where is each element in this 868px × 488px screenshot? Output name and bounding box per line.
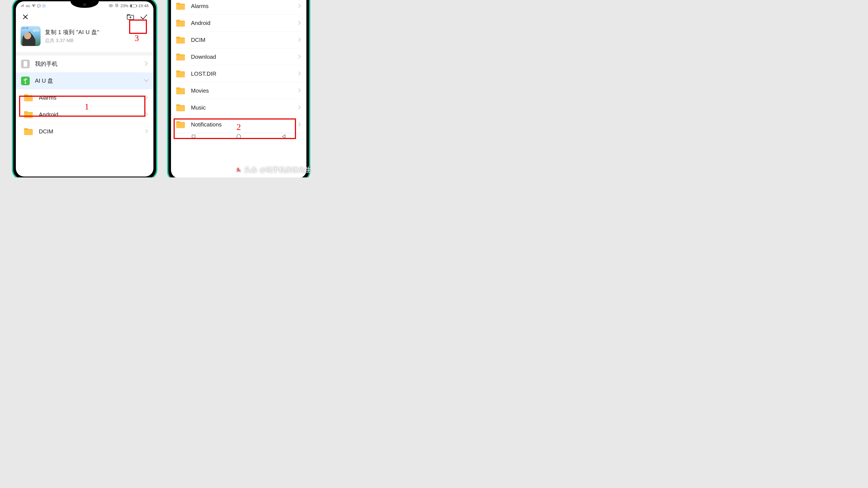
chevron-right-icon: [145, 129, 148, 134]
phone-mockup-right: AlarmsAndroidDCIMDownloadLOST.DIRMoviesM…: [167, 0, 310, 177]
folder-icon: [176, 54, 185, 61]
app-icon: 百: [42, 4, 45, 8]
row-label: 我的手机: [35, 60, 58, 68]
chevron-right-icon: [298, 122, 301, 128]
battery-icon: [130, 4, 136, 7]
copy-title: 复制 1 项到 "AI U 盘": [45, 28, 99, 36]
folder-icon: [176, 121, 185, 128]
folder-label: LOST.DIR: [191, 70, 216, 77]
svg-point-3: [25, 83, 26, 84]
chevron-right-icon: [298, 88, 301, 94]
nav-back-button[interactable]: [281, 134, 286, 140]
screen-left: 4G 💬 百 23% 19:48: [16, 1, 153, 176]
phone-mockup-left: 4G 💬 百 23% 19:48: [12, 0, 157, 177]
screen-right: AlarmsAndroidDCIMDownloadLOST.DIRMoviesM…: [171, 0, 306, 177]
folder-row[interactable]: LOST.DIR: [171, 65, 306, 83]
svg-point-0: [111, 5, 112, 6]
folder-icon: [176, 37, 185, 43]
watermark-handle: @玩手机的张先生: [259, 165, 311, 174]
folder-row[interactable]: Download: [171, 48, 306, 65]
chevron-right-icon: [298, 71, 301, 77]
phone-side-button: [156, 25, 157, 40]
folder-row[interactable]: Android: [171, 15, 306, 32]
folder-label: Alarms: [191, 3, 209, 9]
folder-icon: [24, 111, 33, 118]
battery-label: 23%: [120, 4, 128, 8]
wifi-icon: [31, 4, 36, 8]
phone-side-button: [309, 33, 310, 59]
step-number: 3: [134, 33, 139, 43]
step-number: 2: [237, 122, 241, 132]
confirm-button[interactable]: [139, 12, 149, 22]
folder-row[interactable]: Alarms: [171, 0, 306, 15]
folder-icon: [176, 70, 185, 77]
chevron-right-icon: [298, 37, 301, 43]
chevron-right-icon: [298, 3, 301, 9]
close-button[interactable]: [21, 12, 30, 22]
folder-row[interactable]: Music: [171, 99, 306, 116]
chevron-right-icon: [145, 95, 148, 101]
watermark-logo-icon: 头: [235, 166, 242, 174]
folder-icon: [176, 88, 185, 94]
chevron-right-icon: [298, 105, 301, 110]
folder-row[interactable]: DCIM: [171, 32, 306, 48]
phone-icon: [21, 60, 30, 68]
watermark: 头 头条 @玩手机的张先生: [235, 165, 311, 174]
svg-rect-6: [192, 135, 195, 138]
nav-home-button[interactable]: [236, 134, 241, 140]
destination-my-phone[interactable]: 我的手机: [16, 56, 153, 72]
folder-icon: [176, 104, 185, 111]
chevron-down-icon: [144, 78, 148, 84]
cell-signal-icon: [21, 4, 25, 8]
phone-side-button: [156, 45, 157, 71]
svg-point-5: [26, 78, 27, 79]
folder-label: Download: [191, 54, 216, 60]
chevron-right-icon: [298, 54, 301, 60]
phone-side-button: [309, 14, 310, 29]
folder-icon: [24, 94, 33, 101]
row-label: AI U 盘: [35, 77, 53, 85]
section-divider: [16, 52, 153, 56]
chevron-right-icon: [144, 61, 148, 67]
file-thumbnail: 大兵小将 油菜花: [21, 26, 40, 46]
toolbar: [16, 10, 153, 24]
svg-rect-4: [24, 79, 25, 80]
folder-label: Notifications: [191, 121, 222, 128]
copy-summary: 大兵小将 油菜花 复制 1 项到 "AI U 盘" 总共 3.37 MB: [16, 24, 153, 52]
clock-label: 19:48: [138, 4, 149, 8]
usb-icon: [21, 76, 30, 85]
chevron-right-icon: [298, 21, 301, 26]
folder-label: Music: [191, 104, 206, 111]
destination-usb-drive[interactable]: AI U 盘: [16, 72, 153, 89]
watermark-brand: 头条: [244, 165, 257, 174]
folder-label: DCIM: [191, 37, 205, 43]
app-icon: 💬: [37, 4, 41, 8]
folder-label: Movies: [191, 88, 209, 94]
chevron-right-icon: [145, 112, 148, 118]
folder-label: Alarms: [39, 94, 56, 101]
folder-label: Android: [39, 111, 58, 118]
android-nav-bar: [171, 133, 306, 144]
step-number: 1: [85, 101, 89, 112]
folder-label: DCIM: [39, 128, 53, 135]
network-label: 4G: [26, 4, 30, 8]
folder-row[interactable]: DCIM: [16, 123, 153, 140]
nav-recent-button[interactable]: [191, 134, 196, 140]
svg-point-7: [237, 134, 241, 138]
folder-icon: [176, 20, 185, 27]
folder-label: Android: [191, 20, 211, 27]
folder-icon: [176, 3, 185, 10]
new-folder-button[interactable]: [126, 12, 135, 22]
folder-row[interactable]: Movies: [171, 83, 306, 99]
copy-subtitle: 总共 3.37 MB: [45, 37, 99, 44]
folder-icon: [24, 128, 33, 135]
alarm-icon: [115, 4, 119, 8]
eye-icon: [109, 4, 113, 8]
